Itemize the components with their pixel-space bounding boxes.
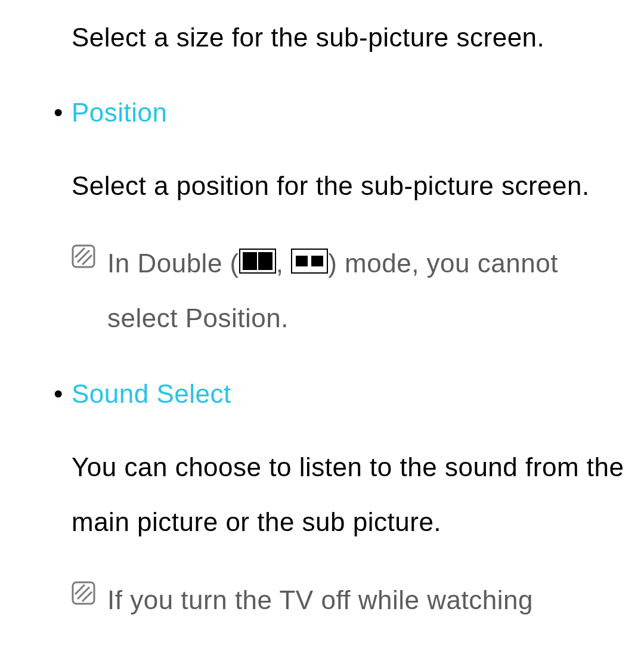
sound-select-bullet-row: • Sound Select	[54, 374, 626, 414]
note-icon	[72, 581, 95, 605]
svg-rect-5	[243, 252, 257, 270]
svg-rect-8	[296, 256, 308, 266]
position-bullet-row: • Position	[54, 93, 626, 132]
sound-select-note-text: If you turn the TV off while watching	[107, 574, 626, 626]
position-note-row: In Double ( , ) mode, you cannot select …	[72, 237, 626, 344]
bullet-icon: •	[54, 374, 72, 414]
note-prefix: In Double (	[107, 249, 239, 278]
position-description: Select a position for the sub-picture sc…	[72, 159, 626, 213]
svg-rect-6	[258, 252, 273, 270]
position-heading: Position	[72, 98, 168, 128]
double-mode-icon-2	[291, 238, 328, 291]
double-mode-icon-1	[239, 238, 276, 291]
size-description: Select a size for the sub-picture screen…	[72, 18, 626, 57]
svg-rect-9	[311, 256, 323, 266]
sound-select-heading: Sound Select	[72, 379, 231, 409]
position-note-text: In Double ( , ) mode, you cannot select …	[107, 237, 626, 344]
note-icon	[72, 244, 95, 268]
bullet-icon: •	[54, 93, 72, 132]
manual-page: Select a size for the sub-picture screen…	[0, 0, 644, 626]
sound-select-note-row: If you turn the TV off while watching	[72, 574, 626, 626]
note-mid: ,	[276, 249, 291, 278]
sound-select-description: You can choose to listen to the sound fr…	[72, 440, 626, 550]
